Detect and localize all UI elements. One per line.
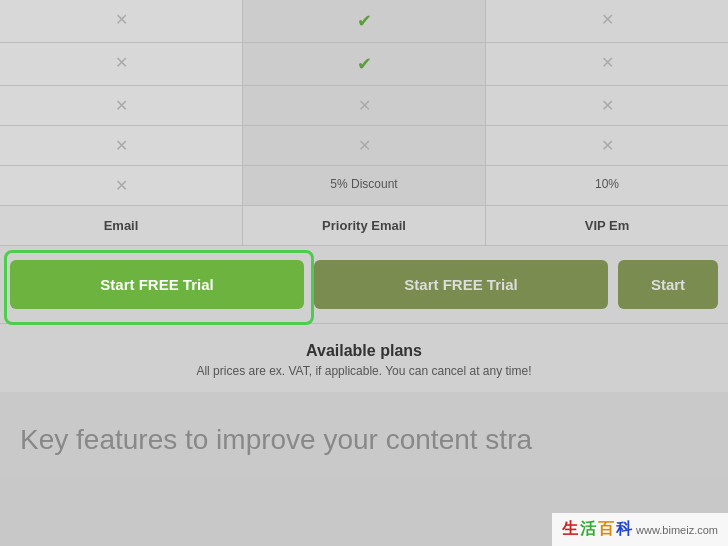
x-icon: ✕ — [358, 97, 371, 114]
table-row: ✕ ✔ ✕ — [0, 0, 728, 43]
support-col-3: VIP Em — [486, 206, 728, 245]
col-5-2: 5% Discount — [243, 166, 486, 205]
available-plans-subtitle: All prices are ex. VAT, if applicable. Y… — [10, 364, 718, 378]
x-icon: ✕ — [115, 11, 128, 28]
support-row: Email Priority Email VIP Em — [0, 206, 728, 246]
start-trial-button-1[interactable]: Start FREE Trial — [10, 260, 304, 309]
support-col-1: Email — [0, 206, 243, 245]
x-icon: ✕ — [115, 137, 128, 154]
col-1-2: ✔ — [243, 0, 486, 42]
col-5-3: 10% — [486, 166, 728, 205]
col-3-1: ✕ — [0, 86, 243, 125]
cta-row: Start FREE Trial Start FREE Trial Start — [0, 246, 728, 323]
x-icon: ✕ — [358, 137, 371, 154]
col-4-1: ✕ — [0, 126, 243, 165]
pricing-table: ✕ ✔ ✕ ✕ ✔ ✕ ✕ ✕ ✕ ✕ ✕ ✕ ✕ 5% Discoun — [0, 0, 728, 246]
table-row: ✕ ✕ ✕ — [0, 126, 728, 166]
check-icon: ✔ — [357, 11, 372, 31]
x-icon: ✕ — [115, 97, 128, 114]
col-3-3: ✕ — [486, 86, 728, 125]
wm-char-3: 百 — [598, 519, 614, 540]
col-3-2: ✕ — [243, 86, 486, 125]
col-5-1: ✕ — [0, 166, 243, 205]
key-features-section: Key features to improve your content str… — [0, 392, 728, 476]
col-4-3: ✕ — [486, 126, 728, 165]
x-icon: ✕ — [115, 54, 128, 71]
wm-char-4: 科 — [616, 519, 632, 540]
cta-col-1: Start FREE Trial — [10, 260, 304, 309]
table-row: ✕ 5% Discount 10% — [0, 166, 728, 206]
check-icon: ✔ — [357, 54, 372, 74]
wm-char-2: 活 — [580, 519, 596, 540]
pricing-section: ✕ ✔ ✕ ✕ ✔ ✕ ✕ ✕ ✕ ✕ ✕ ✕ ✕ 5% Discoun — [0, 0, 728, 246]
available-plans-section: Available plans All prices are ex. VAT, … — [0, 323, 728, 392]
col-1-1: ✕ — [0, 0, 243, 42]
watermark: 生 活 百 科 www.bimeiz.com — [552, 513, 728, 546]
col-2-2: ✔ — [243, 43, 486, 85]
col-1-3: ✕ — [486, 0, 728, 42]
start-trial-button-3[interactable]: Start — [618, 260, 718, 309]
x-icon: ✕ — [115, 177, 128, 194]
cta-col-3: Start — [618, 260, 718, 309]
watermark-site: www.bimeiz.com — [636, 524, 718, 536]
table-row: ✕ ✔ ✕ — [0, 43, 728, 86]
key-features-title: Key features to improve your content str… — [20, 424, 708, 456]
col-2-3: ✕ — [486, 43, 728, 85]
watermark-chars: 生 活 百 科 — [562, 519, 632, 540]
x-icon: ✕ — [601, 11, 614, 28]
col-2-1: ✕ — [0, 43, 243, 85]
support-col-2: Priority Email — [243, 206, 486, 245]
start-trial-button-2[interactable]: Start FREE Trial — [314, 260, 608, 309]
wm-char-1: 生 — [562, 519, 578, 540]
cta-col-2: Start FREE Trial — [314, 260, 608, 309]
page-wrapper: ✕ ✔ ✕ ✕ ✔ ✕ ✕ ✕ ✕ ✕ ✕ ✕ ✕ 5% Discoun — [0, 0, 728, 546]
table-row: ✕ ✕ ✕ — [0, 86, 728, 126]
x-icon: ✕ — [601, 137, 614, 154]
discount-text-partial: 10% — [595, 177, 619, 191]
x-icon: ✕ — [601, 54, 614, 71]
col-4-2: ✕ — [243, 126, 486, 165]
available-plans-title: Available plans — [10, 342, 718, 360]
x-icon: ✕ — [601, 97, 614, 114]
discount-text: 5% Discount — [330, 177, 397, 191]
